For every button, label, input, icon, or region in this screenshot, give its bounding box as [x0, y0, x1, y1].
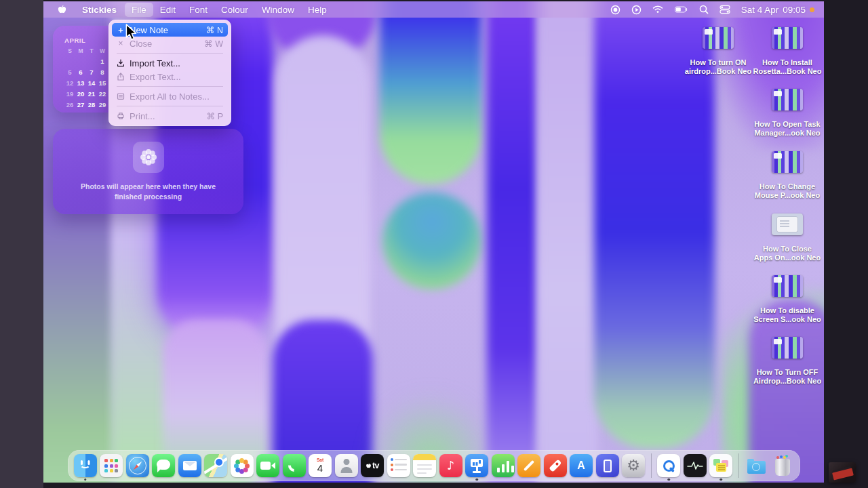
launchpad-dock-icon[interactable]	[100, 454, 123, 477]
facetime-dock-icon[interactable]	[256, 454, 279, 477]
settings-dock-icon[interactable]: ⚙	[622, 454, 645, 477]
desktop-icon-label: How To disableScreen S...ook Neo	[753, 306, 821, 324]
menu-item-shortcut: ⌘ P	[207, 111, 223, 121]
desktop-icon[interactable]: How To ChangeMouse P...ook Neo	[750, 151, 824, 200]
stickies-dock-icon[interactable]	[709, 454, 732, 477]
activity-monitor-dock-icon[interactable]	[684, 454, 707, 477]
desktop-icon[interactable]: How To Turn OFFAirdrop...Book Neo	[750, 337, 824, 386]
calendar-date: 27	[75, 101, 86, 108]
desktop-icon[interactable]: How To turn ONairdrop...Book Neo	[681, 27, 755, 76]
menu-item-shortcut: ⌘ W	[204, 39, 223, 49]
trash-dock-icon[interactable]	[771, 454, 794, 477]
running-indicator-dot	[84, 479, 87, 481]
photos-dock-icon[interactable]	[231, 454, 254, 477]
app-menu-title[interactable]: Stickies	[75, 3, 123, 17]
desktop-icon-label: How To CloseApps On...ook Neo	[754, 245, 821, 262]
calendar-date: 8	[97, 68, 108, 76]
menu-separator	[117, 106, 223, 106]
calendar-date: 15	[97, 79, 108, 87]
calendar-day-header: M	[75, 47, 86, 54]
calendar-date: 28	[86, 101, 97, 108]
menu-bar-item-font[interactable]: Font	[182, 3, 214, 17]
calendar-date	[64, 58, 75, 65]
desktop-icon[interactable]: How To InstallRosetta...Book Neo	[750, 27, 824, 76]
notes-export-icon	[116, 92, 125, 100]
contacts-dock-icon[interactable]	[335, 454, 358, 477]
desktop-icon-label-line2: Airdrop...Book Neo	[753, 377, 821, 386]
quicktime-dock-icon[interactable]	[657, 454, 680, 477]
notes-dock-icon[interactable]	[413, 454, 436, 477]
menu-item-shortcut: ⌘ N	[206, 25, 223, 35]
menu-item-label: Close	[130, 39, 200, 49]
music-dock-icon[interactable]: ♪	[439, 454, 462, 477]
menu-bar-item-colour[interactable]: Colour	[214, 3, 255, 17]
reminders-dock-icon[interactable]	[387, 454, 410, 477]
calendar-date: 29	[97, 101, 108, 108]
desktop-icon-label-line2: Rosetta...Book Neo	[753, 67, 822, 76]
calendar-date	[75, 58, 86, 65]
calendar-date: 7	[86, 68, 97, 76]
desktop-icon-label-line2: airdrop...Book Neo	[685, 67, 751, 76]
desktop-icon[interactable]: How To Open TaskManager...ook Neo	[750, 89, 824, 138]
close-x-icon: ×	[116, 39, 125, 47]
photos-widget-message: Photos will appear here when they have f…	[74, 182, 223, 201]
pages-dock-icon[interactable]	[517, 454, 540, 477]
photos-app-icon	[133, 142, 164, 173]
apple-menu-icon[interactable]	[56, 5, 74, 15]
downloads-folder-dock-icon[interactable]	[745, 454, 768, 477]
wifi-icon[interactable]	[652, 5, 663, 14]
desktop-icon-label-line2: Mouse P...ook Neo	[755, 191, 820, 200]
play-icon[interactable]	[631, 5, 642, 15]
menu-item-import-text[interactable]: Import Text...	[112, 56, 228, 70]
search-icon[interactable]	[699, 5, 709, 14]
control-center-icon[interactable]	[719, 5, 730, 14]
desktop-icon-label: How To Open TaskManager...ook Neo	[754, 120, 820, 138]
battery-icon[interactable]	[674, 5, 688, 14]
menu-item-label: Export Text...	[130, 72, 219, 82]
video-file-thumbnail	[772, 214, 803, 235]
photos-widget[interactable]: Photos will appear here when they have f…	[53, 129, 243, 214]
desktop-icon[interactable]: How To disableScreen S...ook Neo	[750, 275, 824, 324]
menu-bar-item-edit[interactable]: Edit	[153, 3, 182, 17]
recording-indicator-dot	[810, 7, 814, 12]
keynote-dock-icon[interactable]	[465, 454, 488, 477]
desktop-icon[interactable]: How To CloseApps On...ook Neo	[750, 214, 824, 262]
calendar-date: 22	[97, 90, 108, 98]
desktop-icon-label: How To Turn OFFAirdrop...Book Neo	[753, 368, 821, 386]
dock: Sat4tv♪A⚙	[68, 450, 800, 481]
calendar-dock-icon[interactable]: Sat4	[309, 454, 332, 477]
desktop: Stickies FileEditFontColourWindowHelp Sa…	[43, 1, 824, 483]
video-file-thumbnail	[772, 337, 803, 359]
messages-dock-icon[interactable]	[152, 454, 175, 477]
phone-dock-icon[interactable]	[283, 454, 306, 477]
floating-video-thumbnail[interactable]	[829, 462, 856, 483]
dock-separator	[738, 453, 739, 478]
calendar-day-header: W	[97, 47, 108, 54]
appstore-dock-icon[interactable]: A	[570, 454, 593, 477]
desktop-icon-label: How To turn ONairdrop...Book Neo	[685, 58, 751, 76]
menu-bar-item-file[interactable]: File	[125, 3, 153, 17]
calendar-date: 6	[75, 68, 86, 76]
numbers-dock-icon[interactable]	[492, 454, 515, 477]
safari-dock-icon[interactable]	[126, 454, 149, 477]
mouse-cursor	[125, 24, 138, 44]
rocket-dock-icon[interactable]	[544, 454, 567, 477]
appletv-dock-icon[interactable]: tv	[361, 454, 384, 477]
plus-icon: +	[116, 26, 125, 35]
maps-dock-icon[interactable]	[204, 454, 227, 477]
menu-bar-clock[interactable]: Sat 4 Apr 09:05	[741, 5, 814, 15]
finder-dock-icon[interactable]	[74, 454, 97, 477]
video-file-thumbnail	[772, 89, 803, 110]
menu-bar-item-help[interactable]: Help	[301, 3, 334, 17]
menu-bar: Stickies FileEditFontColourWindowHelp Sa…	[43, 1, 824, 18]
video-file-thumbnail	[703, 27, 734, 49]
desktop-icon-label-line1: How To Open Task	[754, 120, 820, 129]
menu-item-export-text: Export Text...	[112, 70, 228, 83]
device-manager-dock-icon[interactable]	[596, 454, 619, 477]
mail-dock-icon[interactable]	[178, 454, 201, 477]
record-stop-icon[interactable]	[610, 5, 620, 15]
calendar-date	[86, 58, 97, 65]
menu-bar-item-window[interactable]: Window	[255, 3, 301, 17]
menu-item-label: New Note	[130, 25, 202, 35]
calendar-date: 5	[64, 68, 75, 76]
